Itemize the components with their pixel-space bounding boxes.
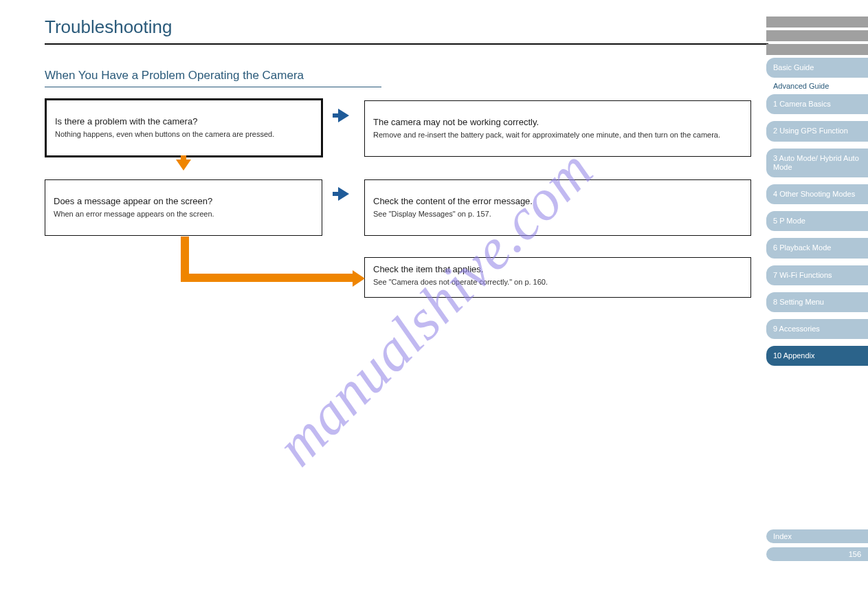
flow-question: Is there a problem with the camera? xyxy=(55,116,313,128)
tab-other-shooting[interactable]: 4 Other Shooting Modes xyxy=(766,184,868,204)
page-title: Troubleshooting xyxy=(45,17,768,45)
tab-p-mode[interactable]: 5 P Mode xyxy=(766,211,868,231)
flow-question: Does a message appear on the screen? xyxy=(54,195,313,208)
flow-detail: When an error message appears on the scr… xyxy=(54,209,313,219)
tab-wifi[interactable]: 7 Wi-Fi Functions xyxy=(766,265,868,285)
sidebar-tabs: Basic Guide Advanced Guide 1 Camera Basi… xyxy=(766,17,868,373)
result-box-error-message: Check the content of the error message. … xyxy=(364,179,751,236)
gray-tab-contents[interactable] xyxy=(766,44,868,55)
tab-playback[interactable]: 6 Playback Mode xyxy=(766,238,868,258)
flow-box-message: Does a message appear on the screen? Whe… xyxy=(45,179,322,236)
gray-tab-legal[interactable] xyxy=(766,30,868,41)
result-detail: Remove and re-insert the battery pack, w… xyxy=(373,130,742,140)
arrow-elbow-segment xyxy=(181,274,355,282)
result-heading: Check the content of the error message. xyxy=(373,195,742,208)
page-number[interactable]: 156 xyxy=(766,547,868,561)
result-detail: See "Display Messages" on p. 157. xyxy=(373,209,742,219)
flow-detail: Nothing happens, even when buttons on th… xyxy=(55,129,313,140)
result-detail: See "Camera does not operate correctly."… xyxy=(373,277,742,287)
tab-camera-basics[interactable]: 1 Camera Basics xyxy=(766,94,868,114)
result-box-check-item: Check the item that applies. See "Camera… xyxy=(364,257,751,298)
arrow-elbow-head-icon xyxy=(353,270,365,287)
gray-tab-cover[interactable] xyxy=(766,17,868,28)
arrow-right-icon xyxy=(338,109,349,122)
tab-auto-mode[interactable]: 3 Auto Mode/ Hybrid Auto Mode xyxy=(766,149,868,177)
bottom-tabs: Index 156 xyxy=(766,529,868,565)
flow-box-problem: Is there a problem with the camera? Noth… xyxy=(45,98,323,157)
result-heading: Check the item that applies. xyxy=(373,263,742,276)
tab-accessories[interactable]: 9 Accessories xyxy=(766,319,868,339)
tab-appendix[interactable]: 10 Appendix xyxy=(766,346,868,366)
result-heading: The camera may not be working correctly. xyxy=(373,116,742,129)
result-box-camera-not-working: The camera may not be working correctly.… xyxy=(364,100,751,157)
arrow-down-icon xyxy=(176,160,191,171)
advanced-guide-label: Advanced Guide xyxy=(773,82,868,90)
arrow-right-icon xyxy=(338,187,349,201)
tab-setting-menu[interactable]: 8 Setting Menu xyxy=(766,292,868,312)
tab-basic-guide[interactable]: Basic Guide xyxy=(766,58,868,78)
tab-index[interactable]: Index xyxy=(766,529,868,543)
section-title: When You Have a Problem Operating the Ca… xyxy=(45,69,381,87)
tab-gps[interactable]: 2 Using GPS Function xyxy=(766,121,868,141)
